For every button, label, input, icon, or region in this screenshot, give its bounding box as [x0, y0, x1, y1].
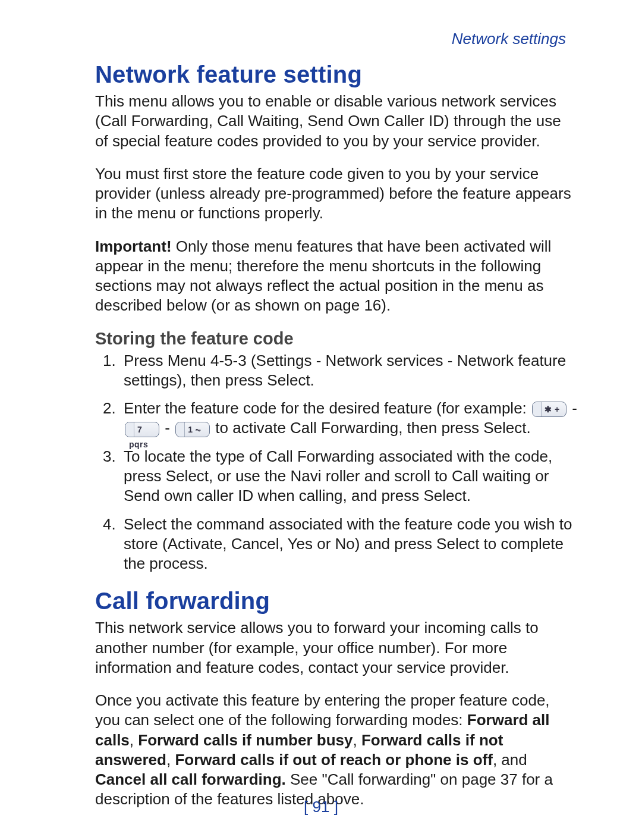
text: Call waiting: [452, 467, 531, 485]
text: Cancel: [231, 535, 279, 553]
key-glyph: ✱ +: [545, 405, 560, 414]
text: or: [313, 535, 335, 553]
section-title-call-forwarding: Call forwarding: [95, 588, 578, 615]
text: Network services: [326, 352, 443, 369]
text: , and press: [343, 487, 424, 504]
text: -: [165, 419, 174, 437]
text: No: [335, 535, 355, 553]
text: .: [467, 487, 471, 504]
text: ), then press: [177, 371, 268, 389]
text: Select: [483, 419, 526, 437]
step-1: Press Menu 4-5-3 (Settings - Network ser…: [120, 351, 578, 391]
ordered-steps: Press Menu 4-5-3 (Settings - Network ser…: [95, 351, 578, 574]
text: Enter the feature code for the desired f…: [124, 399, 531, 417]
step-3: To locate the type of Call Forwarding as…: [120, 447, 578, 506]
text: ,: [222, 535, 231, 553]
text: ) and press: [355, 535, 436, 553]
phone-key-1-icon: 1 ⏦: [175, 422, 210, 437]
paragraph: This menu allows you to enable or disabl…: [95, 92, 578, 151]
text: Forward calls if number busy: [138, 731, 353, 749]
text: ,: [353, 731, 361, 749]
text: (: [247, 352, 256, 369]
step-4: Select the command associated with the f…: [120, 515, 578, 574]
paragraph-important: Important! Only those menu features that…: [95, 237, 578, 316]
phone-key-7-icon: 7 pqrs: [125, 422, 159, 437]
menu-path: Menu 4-5-3: [168, 352, 247, 369]
page-number: [ 91 ]: [0, 798, 642, 816]
text: ,: [130, 731, 138, 749]
text: -: [572, 399, 577, 417]
phone-key-star-icon: ✱ +: [532, 402, 567, 417]
key-glyph: 7 pqrs: [129, 425, 148, 449]
paragraph: Once you activate this feature by enteri…: [95, 691, 578, 810]
text: ,: [166, 751, 175, 769]
text: Yes: [288, 535, 313, 553]
text: .: [527, 419, 531, 437]
text: Forward calls if out of reach or phone i…: [175, 751, 493, 769]
step-2: Enter the feature code for the desired f…: [120, 399, 578, 438]
important-label: Important!: [95, 237, 172, 255]
section-title-network-feature: Network feature setting: [95, 61, 578, 88]
paragraph: This network service allows you to forwa…: [95, 618, 578, 678]
text: or: [531, 467, 549, 485]
key-glyph: 1 ⏦: [188, 425, 200, 434]
text: , and: [493, 751, 527, 769]
text: Settings: [256, 352, 312, 369]
text: Activate: [168, 535, 223, 553]
paragraph: You must first store the feature code gi…: [95, 164, 578, 224]
text: or use the Navi roller and scroll to: [213, 467, 452, 485]
text: Press: [124, 352, 168, 369]
page: Network settings Network feature setting…: [0, 0, 642, 840]
text: to activate Call Forwarding, then press: [215, 419, 483, 437]
text: Send own caller ID when calling: [124, 487, 343, 504]
text: -: [312, 352, 326, 369]
text: Select: [423, 487, 466, 504]
text: -: [443, 352, 457, 369]
header-breadcrumb: Network settings: [95, 30, 578, 48]
subheading-storing-feature-code: Storing the feature code: [95, 329, 578, 349]
text: Cancel all call forwarding.: [95, 770, 286, 788]
text: Select: [267, 371, 310, 389]
text: Select: [436, 535, 479, 553]
text: ,: [279, 535, 288, 553]
text: Select,: [166, 467, 213, 485]
text: .: [310, 371, 314, 389]
